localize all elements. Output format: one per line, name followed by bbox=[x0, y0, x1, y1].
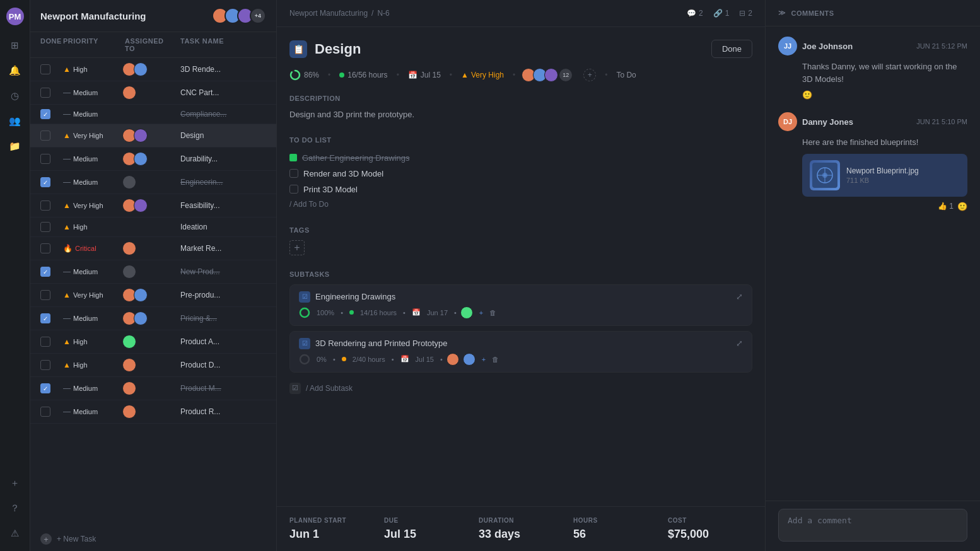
todo-item[interactable]: Render and 3D Model bbox=[289, 166, 752, 182]
task-checkbox[interactable] bbox=[40, 130, 50, 141]
todo-checkbox[interactable] bbox=[289, 185, 298, 194]
todo-item[interactable]: Gather Engineering Drawings bbox=[289, 150, 752, 166]
task-checkbox[interactable] bbox=[40, 200, 50, 211]
footer-due: DUE Jul 15 bbox=[384, 517, 469, 541]
table-row[interactable]: ▲ High 3D Rende... bbox=[30, 58, 276, 81]
todo-add-button[interactable]: / Add To Do bbox=[289, 197, 752, 211]
table-row[interactable]: — Medium Product R... bbox=[30, 400, 276, 424]
subtask-due: Jul 15 bbox=[416, 356, 434, 363]
assigned-avatars bbox=[125, 381, 175, 395]
sidebar-add[interactable]: ＋ bbox=[5, 473, 25, 493]
add-assignee-button[interactable]: + bbox=[482, 356, 486, 363]
task-name: CNC Part... bbox=[180, 88, 266, 97]
task-checkbox[interactable] bbox=[40, 360, 50, 370]
comment-input[interactable] bbox=[778, 509, 967, 542]
breadcrumb-id: N-6 bbox=[377, 9, 389, 18]
task-checkbox[interactable] bbox=[40, 267, 50, 277]
task-checkbox[interactable] bbox=[40, 88, 50, 98]
priority-badge: ▲ High bbox=[63, 337, 120, 346]
todo-checkbox[interactable] bbox=[289, 169, 298, 178]
subtask-delete-button[interactable]: 🗑 bbox=[492, 356, 499, 363]
subtask-external-link[interactable]: ⤢ bbox=[736, 292, 743, 301]
reaction-thumbs-up[interactable]: 👍 1 bbox=[938, 202, 954, 211]
table-row[interactable]: ▲ Very High Feasibility... bbox=[30, 194, 276, 218]
task-checkbox[interactable] bbox=[40, 313, 50, 323]
table-row[interactable]: ▲ High Product D... bbox=[30, 354, 276, 377]
link-icon: 🔗 bbox=[713, 9, 723, 18]
attachment[interactable]: Newport Blueprint.jpg 711 KB bbox=[802, 154, 967, 197]
table-row[interactable]: — Medium New Prod... bbox=[30, 260, 276, 284]
calendar-icon: 📅 bbox=[408, 71, 417, 79]
task-checkbox[interactable] bbox=[40, 290, 50, 300]
subtask-delete-button[interactable]: 🗑 bbox=[489, 309, 496, 316]
sidebar-alert[interactable]: ⚠ bbox=[5, 523, 25, 543]
add-subtask-button[interactable]: ☑ / Add Subtask bbox=[289, 378, 752, 399]
task-list-header: Newport Manufacturing +4 bbox=[30, 0, 276, 32]
task-checkbox[interactable] bbox=[40, 154, 50, 164]
add-avatar-button[interactable]: + bbox=[583, 69, 596, 81]
todo-item[interactable]: Print 3D Model bbox=[289, 182, 752, 197]
assigned-avatars bbox=[125, 405, 175, 419]
add-task-row[interactable]: + + New Task bbox=[30, 527, 276, 551]
table-row[interactable]: 🔥 Critical Market Re... bbox=[30, 237, 276, 260]
attachment-thumbnail bbox=[810, 160, 840, 190]
avatar bbox=[134, 152, 148, 166]
assigned-avatars bbox=[125, 241, 175, 255]
blueprint-svg bbox=[812, 163, 837, 188]
sidebar-notification[interactable]: 🔔 bbox=[5, 61, 25, 81]
add-reaction-icon[interactable]: 🙂 bbox=[957, 202, 967, 211]
priority-up-icon: ▲ bbox=[63, 361, 71, 369]
add-tag-button[interactable]: + bbox=[289, 240, 305, 255]
table-row[interactable]: — Medium CNC Part... bbox=[30, 81, 276, 105]
detail-meta: 💬 2 🔗 1 ⊟ 2 bbox=[687, 9, 752, 18]
task-checkbox[interactable] bbox=[40, 64, 50, 74]
subtask-progress-pct: 0% bbox=[317, 356, 327, 363]
task-checkbox[interactable] bbox=[40, 177, 50, 187]
task-checkbox[interactable] bbox=[40, 243, 50, 253]
sidebar-help[interactable]: ？ bbox=[5, 498, 25, 518]
sidebar-users[interactable]: 👥 bbox=[5, 111, 25, 131]
table-row[interactable]: — Medium Durability... bbox=[30, 148, 276, 171]
task-checkbox[interactable] bbox=[40, 222, 50, 232]
priority-badge: ▲ High bbox=[63, 65, 120, 74]
footer-due-label: DUE bbox=[384, 517, 469, 524]
table-row[interactable]: — Medium Pricing &... bbox=[30, 307, 276, 330]
comment-avatar: DJ bbox=[778, 112, 797, 131]
task-checkbox[interactable] bbox=[40, 383, 50, 393]
comments-body: JJ Joe Johnson JUN 21 5:12 PM Thanks Dan… bbox=[766, 26, 980, 501]
table-row[interactable]: ▲ Very High Design bbox=[30, 124, 276, 148]
table-row[interactable]: ▲ Very High Pre-produ... bbox=[30, 284, 276, 307]
priority-up-icon: ▲ bbox=[63, 291, 71, 299]
calendar-icon: 📅 bbox=[412, 308, 421, 316]
subtasks-icon: ⊟ bbox=[739, 9, 745, 18]
priority-up-icon: ▲ bbox=[63, 223, 71, 231]
add-subtask-icon: ☑ bbox=[289, 383, 301, 394]
priority-dash-icon: — bbox=[63, 178, 71, 187]
subtask-item[interactable]: ☑ Engineering Drawings ⤢ 100% • 14/16 ho… bbox=[289, 284, 752, 326]
task-checkbox[interactable] bbox=[40, 407, 50, 417]
table-row[interactable]: ▲ High Ideation bbox=[30, 218, 276, 237]
sidebar-clock[interactable]: ◷ bbox=[5, 86, 25, 106]
description-text: Design and 3D print the prototype. bbox=[289, 108, 752, 121]
task-meta-bar: 86% • 16/56 hours • 📅 Jul 15 • ▲ Very Hi… bbox=[289, 68, 752, 82]
table-row[interactable]: ▲ High Product A... bbox=[30, 330, 276, 354]
table-row[interactable]: — Medium Product M... bbox=[30, 377, 276, 400]
subtasks-section: SUBTASKS ☑ Engineering Drawings ⤢ 100% •… bbox=[289, 270, 752, 399]
footer-duration-label: DURATION bbox=[479, 517, 563, 524]
due-date: Jul 15 bbox=[421, 71, 441, 79]
table-row[interactable]: — Medium Compliance... bbox=[30, 105, 276, 124]
task-checkbox[interactable] bbox=[40, 337, 50, 347]
subtask-item[interactable]: ☑ 3D Rendering and Printed Prototype ⤢ 0… bbox=[289, 331, 752, 373]
add-assignee-button[interactable]: + bbox=[479, 309, 483, 316]
subtask-icon: ☑ bbox=[299, 291, 310, 303]
sidebar-folder[interactable]: 📁 bbox=[5, 136, 25, 156]
task-name: Product A... bbox=[180, 337, 266, 346]
table-row[interactable]: — Medium Engineerin... bbox=[30, 171, 276, 194]
sidebar-home[interactable]: ⊞ bbox=[5, 35, 25, 55]
subtask-external-link[interactable]: ⤢ bbox=[736, 339, 743, 348]
comment-emoji-reaction[interactable]: 🙂 bbox=[778, 90, 967, 100]
todo-list: TO DO LIST Gather Engineering Drawings R… bbox=[289, 136, 752, 211]
task-checkbox[interactable] bbox=[40, 109, 50, 119]
done-button[interactable]: Done bbox=[711, 40, 752, 58]
subtask-hours: 2/40 hours bbox=[353, 356, 385, 363]
